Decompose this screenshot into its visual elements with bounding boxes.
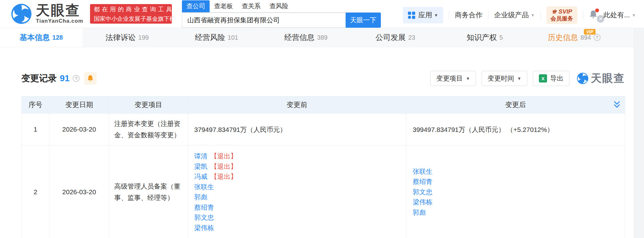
divider [488, 11, 489, 19]
help-icon[interactable]: ? [73, 75, 80, 82]
notification-bell-icon[interactable] [589, 10, 598, 20]
export-button[interactable]: X 导出 [533, 71, 569, 86]
tab-经营信息[interactable]: 经营信息389 [261, 28, 351, 47]
person-link[interactable]: 郭文忠 [413, 188, 432, 196]
section-title: 变更记录 [21, 72, 57, 84]
help-icon[interactable]: ? [594, 34, 601, 41]
person-link[interactable]: 蔡绍青 [413, 178, 432, 185]
tab-经营风险[interactable]: 经营风险101 [172, 28, 261, 47]
list-item: 蔡绍青 [194, 202, 400, 213]
vip-badge: VIP [584, 29, 596, 35]
list-item: 郭文忠 [194, 212, 400, 223]
exit-tag: 【退出】 [211, 173, 237, 180]
top-header: 天眼查 TianYanCha.com 都在用的商业查询工具 国家中小企业发展子基… [0, 0, 644, 28]
list-item: 谭清【退出】 [194, 151, 400, 162]
notification-dot [595, 8, 599, 12]
tab-基本信息[interactable]: 基本信息128 [0, 28, 82, 47]
list-item: 蔡绍青 [413, 177, 619, 187]
tab-公司发展[interactable]: 公司发展23 [351, 28, 440, 47]
nav-enterprise-products[interactable]: 企业级产品 ▼ [494, 10, 535, 20]
scrollbar-track[interactable] [634, 28, 644, 238]
search-area: 查公司查老板查关系查风险 天眼一下 [182, 1, 381, 28]
change-record-bar: 变更记录 91 ? 变更项目▼ 变更时间▼ X 导出 [21, 71, 625, 86]
promo-line2: 国家中小企业发展子基金旗下机构 [94, 15, 168, 23]
logo-title: 天眼查 [36, 3, 83, 17]
divider [583, 11, 583, 19]
subscribe-bell-icon[interactable] [84, 72, 97, 85]
col-no: 序号 [22, 96, 49, 114]
search-box: 天眼一下 [182, 13, 381, 28]
person-link[interactable]: 郭彪 [194, 193, 207, 201]
tab-法律诉讼[interactable]: 法律诉讼199 [82, 28, 172, 47]
col-before: 变更前 [188, 96, 406, 114]
watermark-swirl-icon [577, 73, 588, 84]
tab-label: 经营信息 [284, 32, 314, 42]
table-row: 22026-03-20高级管理人员备案（董事、监事、经理等）谭清【退出】梁凯【退… [22, 145, 625, 238]
filter-change-time-button[interactable]: 变更时间▼ [482, 71, 527, 86]
col-item: 变更项目 [109, 96, 188, 114]
section-actions: 变更项目▼ 变更时间▼ X 导出 天眼查 [430, 71, 625, 86]
divider [449, 11, 449, 19]
person-link[interactable]: 张联生 [194, 183, 214, 190]
logo-subtitle: TianYanCha.com [36, 18, 83, 24]
person-link[interactable]: 梁伟栋 [413, 198, 432, 206]
search-tab[interactable]: 查老板 [210, 0, 237, 12]
tab-count: 5 [499, 34, 503, 41]
list-item: 郭文忠 [413, 187, 619, 197]
cell-date: 2026-03-20 [49, 114, 109, 145]
cell-date: 2026-03-20 [49, 145, 109, 238]
list-item: 冯威【退出】 [194, 172, 400, 182]
chevron-down-icon: ▼ [466, 76, 470, 81]
search-input[interactable] [182, 13, 346, 28]
list-item: 郭彪 [413, 207, 619, 218]
svip-membership[interactable]: ♚ SVIP 会员服务 [546, 6, 577, 24]
apps-menu[interactable]: 应用 ▼ [403, 7, 443, 23]
list-item: 张联生 [413, 167, 619, 177]
person-link[interactable]: 蔡绍青 [194, 204, 214, 211]
person-link[interactable]: 郭文忠 [194, 214, 214, 221]
list-item: 张联生 [194, 182, 400, 192]
search-tab[interactable]: 查公司 [182, 0, 210, 12]
divider [540, 11, 541, 19]
col-date: 变更日期 [49, 96, 109, 114]
watermark-text: 天眼查 [591, 71, 625, 86]
person-link[interactable]: 谭清 [194, 152, 207, 160]
person-link[interactable]: 郭彪 [413, 209, 426, 216]
tab-label: 公司发展 [376, 32, 406, 42]
nav-business-coop[interactable]: 商务合作 [455, 10, 483, 20]
tianyancha-logo[interactable]: 天眼查 TianYanCha.com [11, 3, 83, 24]
cell-item: 注册资本变更（注册资金、资金数额等变更） [109, 114, 188, 145]
tab-label: 法律诉讼 [105, 32, 136, 42]
header-nav: 应用 ▼ 商务合作 企业级产品 ▼ ♚ SVIP 会员服务 此处有... ▼ [403, 6, 636, 24]
chevron-down-icon: ▼ [434, 13, 438, 18]
section-count: 91 [60, 73, 70, 83]
tab-知识产权[interactable]: 知识产权5 [440, 28, 529, 47]
tab-历史信息[interactable]: 历史信息894VIP? [529, 28, 619, 47]
svip-line1: ♚ SVIP [551, 8, 573, 15]
excel-icon: X [539, 74, 547, 82]
tab-count: 389 [317, 34, 327, 41]
table-body: 12026-03-20注册资本变更（注册资金、资金数额等变更）379497.83… [22, 114, 625, 238]
cell-after: 399497.834791万（人民币元） （+5.27012%） [406, 114, 625, 145]
search-button[interactable]: 天眼一下 [346, 13, 381, 28]
user-menu[interactable]: 此处有... ▼ [603, 10, 636, 20]
search-tab[interactable]: 查风险 [265, 0, 293, 12]
tab-label: 知识产权 [466, 32, 497, 42]
tab-bar: 基本信息128法律诉讼199经营风险101经营信息389公司发展23知识产权5历… [0, 28, 634, 47]
person-link[interactable]: 张联生 [413, 168, 432, 175]
apps-grid-icon [408, 12, 415, 19]
col-after: 变更后 [406, 96, 625, 114]
tab-label: 历史信息 [548, 32, 578, 42]
filter-change-item-button[interactable]: 变更项目▼ [430, 71, 476, 86]
person-link[interactable]: 梁伟栋 [194, 224, 214, 231]
logo-text: 天眼查 TianYanCha.com [36, 3, 83, 24]
logo-swirl-icon [11, 4, 31, 24]
expand-all-icon[interactable] [613, 101, 621, 109]
person-link[interactable]: 梁凯 [194, 163, 207, 170]
person-link[interactable]: 冯威 [194, 173, 207, 180]
tab-label: 基本信息 [20, 32, 50, 42]
chevron-down-icon: ▼ [632, 13, 636, 18]
search-tab[interactable]: 查关系 [237, 0, 265, 12]
tab-count: 101 [228, 34, 238, 41]
cell-no: 2 [22, 145, 49, 238]
